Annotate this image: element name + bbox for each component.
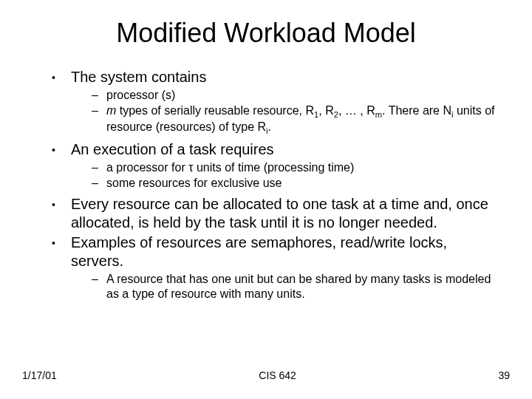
b2s1-post: units of time (processing time) bbox=[193, 161, 354, 174]
bullet-1-text: The system contains bbox=[71, 69, 206, 85]
bullet-2: An execution of a task requires a proces… bbox=[52, 140, 495, 191]
footer-page: 39 bbox=[498, 369, 510, 381]
footer-center: CIS 642 bbox=[57, 369, 499, 381]
b1s2-dot: . bbox=[268, 120, 271, 133]
bullet-1-subs: processor (s) m types of serially reusab… bbox=[71, 88, 495, 136]
bullet-2-sub-2: some resources for exclusive use bbox=[92, 176, 495, 191]
bullet-2-sub-2-text: some resources for exclusive use bbox=[106, 177, 282, 189]
bullet-1-sub-2: m types of serially reusable resource, R… bbox=[92, 103, 495, 136]
slide-title: Modified Workload Model bbox=[22, 18, 510, 49]
b2s1-pre: a processor for bbox=[106, 161, 188, 174]
bullet-1: The system contains processor (s) m type… bbox=[52, 68, 495, 136]
bullet-2-subs: a processor for τ units of time (process… bbox=[71, 160, 495, 191]
bullet-2-text: An execution of a task requires bbox=[71, 141, 274, 157]
bullet-4-text: Examples of resources are semaphores, re… bbox=[71, 234, 447, 269]
sub-m: m bbox=[375, 110, 382, 119]
m-ital: m bbox=[106, 104, 116, 117]
footer: 1/17/01 CIS 642 39 bbox=[22, 369, 510, 381]
bullet-4-subs: A resource that has one unit but can be … bbox=[71, 272, 495, 301]
bullet-4-sub-1: A resource that has one unit but can be … bbox=[92, 272, 495, 301]
b1s2-after: . There are N bbox=[382, 104, 451, 117]
bullet-4: Examples of resources are semaphores, re… bbox=[52, 233, 495, 301]
b1s2-c1: , R bbox=[318, 104, 333, 117]
bullet-3-text: Every resource can be allocated to one t… bbox=[71, 196, 488, 231]
b1s2-c2: , … , R bbox=[338, 104, 375, 117]
bullet-1-sub-1: processor (s) bbox=[92, 88, 495, 103]
b1s2-mid: types of serially reusable resource, R bbox=[116, 104, 314, 117]
bullet-3: Every resource can be allocated to one t… bbox=[52, 195, 495, 232]
footer-date: 1/17/01 bbox=[22, 369, 57, 381]
bullet-2-sub-1: a processor for τ units of time (process… bbox=[92, 160, 495, 175]
bullet-1-sub-1-text: processor (s) bbox=[106, 89, 175, 101]
bullet-4-sub-1-text: A resource that has one unit but can be … bbox=[106, 273, 491, 300]
slide: Modified Workload Model The system conta… bbox=[0, 0, 532, 399]
bullet-list: The system contains processor (s) m type… bbox=[22, 68, 510, 301]
